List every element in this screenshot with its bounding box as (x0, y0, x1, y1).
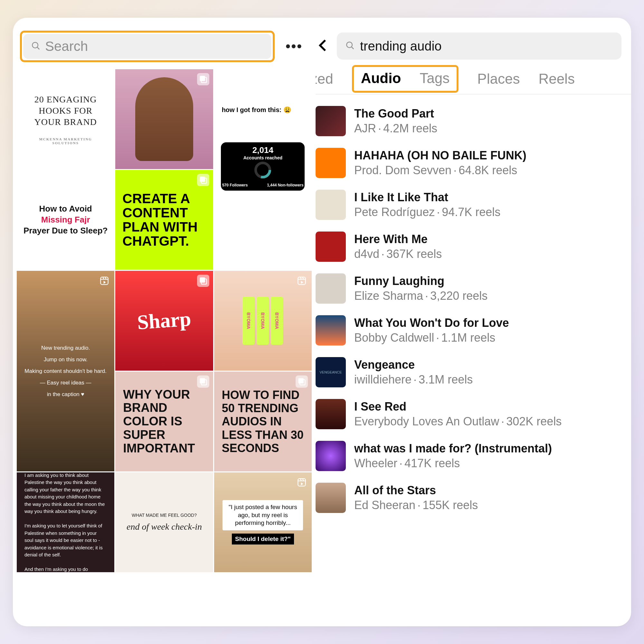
reel-icon (296, 73, 308, 85)
audio-subtitle: Everybody Loves An Outlaw·302K reels (354, 415, 562, 428)
reel-icon (98, 275, 110, 287)
svg-rect-14 (200, 278, 205, 283)
tile-text: I am not asking you to think about Pales… (24, 472, 107, 572)
audio-cover (316, 483, 346, 513)
tile-text: New trending audio. (41, 345, 90, 351)
audio-title: I See Red (354, 400, 562, 413)
search-header: trending audio (316, 18, 631, 65)
widget-number: 2,014 (252, 145, 273, 155)
audio-cover (316, 273, 346, 304)
search-highlight-annotation: Search (20, 31, 275, 62)
audio-result[interactable]: HAHAHA (OH NO BAILE FUNK) Prod. Dom Sevv… (316, 142, 621, 184)
audio-subtitle: Ed Sheeran·155K reels (354, 498, 478, 512)
audio-result[interactable]: What You Won't Do for Love Bobby Caldwel… (316, 309, 621, 351)
svg-line-23 (352, 47, 354, 49)
explore-tile[interactable]: CREATE A CONTENT PLAN WITH CHATGPT. (115, 170, 213, 270)
search-results-pane: trending audio ized Audio Tags Places Re… (316, 18, 631, 626)
search-input[interactable]: trending audio (337, 33, 621, 60)
back-button[interactable] (316, 38, 331, 54)
more-options-button[interactable]: ••• (280, 39, 308, 54)
tile-subtext: MCKENNA MARKETING SOLUTIONS (26, 137, 105, 145)
audio-title: Funny Laughing (354, 274, 488, 288)
explore-tile[interactable]: 2,014 Accounts reached 570 Followers1,44… (214, 69, 312, 270)
carousel-icon (197, 174, 209, 186)
audio-subtitle: d4vd·367K reels (354, 247, 442, 261)
tile-text: CREATE A CONTENT PLAN WITH CHATGPT. (122, 192, 206, 248)
carousel-icon (296, 375, 308, 388)
explore-tile[interactable]: BYOMABYOMABYOMA (214, 271, 312, 371)
explore-tile[interactable]: HOW TO FIND 50 TRENDING AUDIOS IN LESS T… (214, 372, 312, 471)
audio-result[interactable]: I Like It Like That Pete Rodríguez·94.7K… (316, 184, 621, 226)
tab-reels[interactable]: Reels (538, 71, 575, 94)
audio-cover (316, 399, 346, 429)
tab-places[interactable]: Places (477, 71, 520, 94)
search-value: trending audio (360, 39, 442, 53)
explore-tile[interactable]: "I just posted a few hours ago, but my r… (214, 472, 312, 572)
audio-title: Here With Me (354, 232, 442, 246)
widget-label: Accounts reached (243, 155, 282, 160)
audio-subtitle: Bobby Caldwell·1.1M reels (354, 331, 509, 345)
app-frame: Search ••• 20 ENGAGING HOOKS FOR YOUR BR… (13, 18, 631, 626)
tile-text: WHAT MADE ME FEEL GOOD? (132, 513, 197, 518)
explore-search-input[interactable]: Search (23, 34, 271, 59)
tab-personalized-partial[interactable]: ized (316, 71, 333, 94)
audio-subtitle: Pete Rodríguez·94.7K reels (354, 205, 500, 219)
tile-text: Prayer Due to Sleep? (24, 225, 108, 236)
tile-text: Missing Fajr (41, 214, 90, 225)
tile-text: HOW TO FIND 50 TRENDING AUDIOS IN LESS T… (222, 388, 304, 455)
audio-title: I Like It Like That (354, 191, 500, 204)
audio-subtitle: Elize Sharma·3,220 reels (354, 289, 488, 303)
tile-text: "I just posted a few hours ago, but my r… (223, 500, 303, 530)
svg-point-0 (32, 42, 38, 48)
audio-cover (316, 232, 346, 262)
audio-cover (316, 148, 346, 178)
audio-cover (316, 106, 346, 136)
audio-result[interactable]: The Good Part AJR·4.2M reels (316, 100, 621, 142)
search-icon (31, 41, 41, 52)
svg-rect-19 (298, 378, 304, 384)
audio-result[interactable]: Funny Laughing Elize Sharma·3,220 reels (316, 268, 621, 309)
audio-result[interactable]: I See Red Everybody Loves An Outlaw·302K… (316, 393, 621, 435)
explore-tile[interactable]: 20 ENGAGING HOOKS FOR YOUR BRAND MCKENNA… (17, 69, 114, 169)
explore-search-row: Search ••• (13, 18, 316, 69)
tile-text: WHY YOUR BRAND COLOR IS SUPER IMPORTANT (123, 388, 205, 455)
audio-title: All of the Stars (354, 484, 478, 497)
svg-rect-11 (200, 177, 205, 182)
tab-tags[interactable]: Tags (420, 70, 450, 86)
search-tabs: ized Audio Tags Places Reels (316, 65, 631, 94)
carousel-icon (197, 375, 209, 388)
svg-rect-8 (298, 75, 305, 83)
tile-caption: how I got from this: 😩 (219, 105, 294, 115)
carousel-icon (98, 174, 110, 186)
tabs-highlight-annotation: Audio Tags (352, 65, 459, 93)
audio-result[interactable]: what was I made for? (Instrumental) Whee… (316, 435, 621, 477)
audio-result[interactable]: VENGEANCE Vengeance iwilldiehere·3.1M re… (316, 351, 621, 393)
tile-text: Making content shouldn't be hard. (24, 368, 107, 374)
svg-rect-21 (298, 478, 305, 486)
svg-rect-2 (101, 76, 106, 81)
audio-result[interactable]: Here With Me d4vd·367K reels (316, 226, 621, 268)
audio-subtitle: AJR·4.2M reels (354, 122, 437, 135)
tile-text: Jump on this now. (44, 356, 88, 363)
analytics-widget: 2,014 Accounts reached 570 Followers1,44… (221, 142, 305, 191)
explore-tile[interactable] (115, 69, 213, 169)
explore-tile[interactable]: WHAT MADE ME FEEL GOOD? end of week chec… (115, 472, 213, 572)
audio-subtitle: iwilldiehere·3.1M reels (354, 373, 473, 386)
explore-tile[interactable]: How to Avoid Missing Fajr Prayer Due to … (17, 170, 114, 270)
svg-line-1 (37, 47, 39, 49)
audio-title: HAHAHA (OH NO BAILE FUNK) (354, 149, 526, 162)
audio-title: What You Won't Do for Love (354, 316, 509, 330)
tile-text: Should I delete it?" (232, 534, 294, 545)
explore-tile[interactable]: New trending audio. Jump on this now. Ma… (17, 271, 114, 471)
carousel-icon (98, 73, 110, 85)
tile-text: end of week check-in (127, 522, 202, 532)
explore-tile[interactable]: I am not asking you to think about Pales… (17, 472, 114, 572)
svg-rect-13 (101, 277, 108, 284)
explore-pane: Search ••• 20 ENGAGING HOOKS FOR YOUR BR… (13, 18, 316, 626)
audio-subtitle: Prod. Dom Sevven·64.8K reels (354, 164, 526, 177)
explore-tile[interactable]: WHY YOUR BRAND COLOR IS SUPER IMPORTANT (115, 372, 213, 471)
reel-icon (296, 275, 308, 287)
audio-result[interactable]: All of the Stars Ed Sheeran·155K reels (316, 477, 621, 519)
explore-tile[interactable]: Sharp (115, 271, 213, 371)
tab-audio[interactable]: Audio (361, 70, 401, 86)
